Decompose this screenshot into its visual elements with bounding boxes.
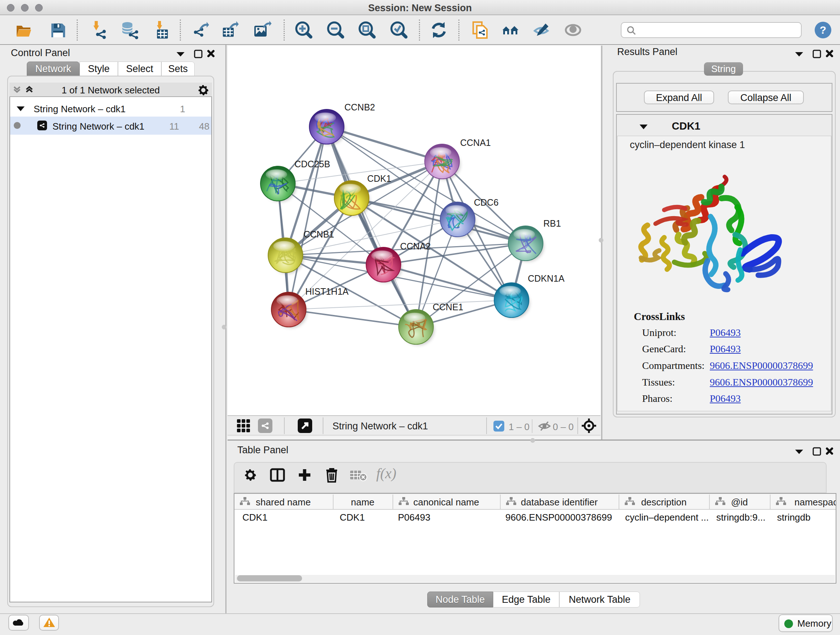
svg-text:RB1: RB1	[543, 218, 561, 228]
svg-text:?: ?	[820, 24, 826, 36]
svg-text:CCNA2: CCNA2	[400, 241, 431, 251]
svg-text:CCNB2: CCNB2	[344, 102, 375, 112]
svg-text:CCNE1: CCNE1	[433, 302, 463, 312]
svg-text:CDC25B: CDC25B	[294, 159, 330, 169]
svg-text:CDK1: CDK1	[367, 173, 392, 184]
svg-text:HIST1H1A: HIST1H1A	[305, 287, 349, 296]
svg-text:CDKN1A: CDKN1A	[528, 273, 565, 283]
svg-text:CDC6: CDC6	[474, 197, 499, 207]
svg-text:CCNA1: CCNA1	[460, 138, 491, 148]
svg-text:CCNB1: CCNB1	[303, 229, 334, 239]
